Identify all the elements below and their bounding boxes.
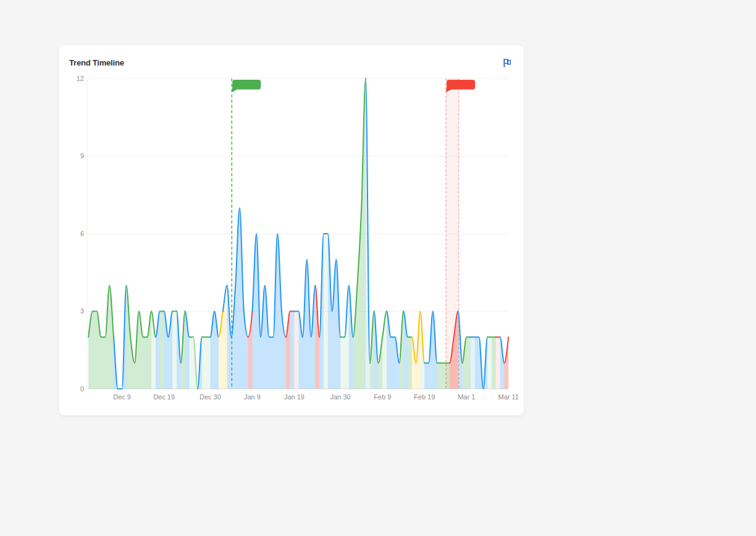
svg-text:Mar 1: Mar 1 — [458, 393, 475, 401]
svg-text:Dec 30: Dec 30 — [200, 393, 221, 401]
svg-text:Feb 9: Feb 9 — [374, 393, 391, 401]
svg-text:12: 12 — [77, 75, 84, 82]
svg-text:Dec 9: Dec 9 — [113, 393, 131, 401]
svg-text:3: 3 — [80, 307, 84, 315]
svg-text:Dec 19: Dec 19 — [153, 393, 175, 401]
svg-text:Mar 11: Mar 11 — [498, 393, 518, 401]
svg-text:Jan 30: Jan 30 — [330, 393, 351, 401]
svg-text:Feb 19: Feb 19 — [414, 393, 435, 401]
svg-text:Jan 9: Jan 9 — [244, 393, 261, 401]
svg-text:6: 6 — [80, 230, 84, 237]
svg-text:0: 0 — [80, 385, 84, 393]
svg-text:9: 9 — [80, 152, 84, 160]
svg-text:Jan 19: Jan 19 — [284, 393, 304, 401]
